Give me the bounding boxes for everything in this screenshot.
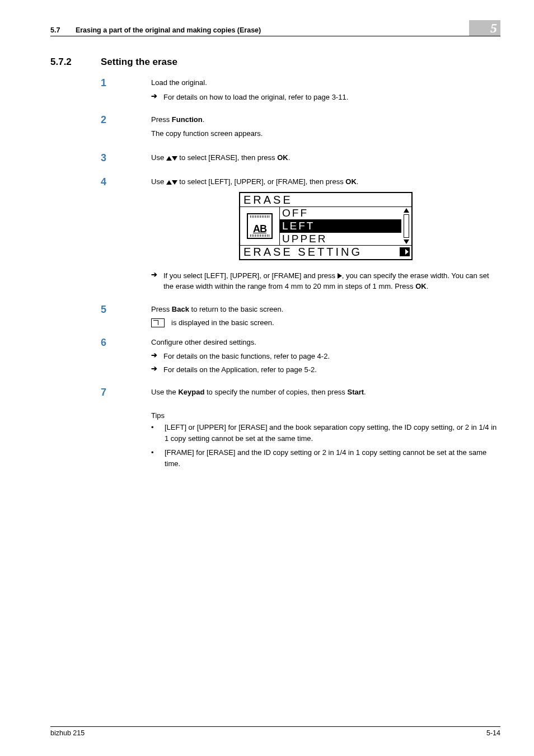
lcd-enter-icon [400, 247, 410, 256]
step-number: 7 [101, 387, 151, 401]
lcd-title: ERASE [240, 193, 411, 206]
triangle-down-icon [172, 156, 177, 161]
tips-list: •[LEFT] or [UPPER] for [ERASE] and the b… [151, 422, 500, 469]
steps-list: 1Load the original.➔For details on how t… [50, 78, 500, 401]
step-body: Configure other desired settings.➔For de… [151, 337, 500, 378]
section-heading-text: Setting the erase [101, 57, 177, 68]
step-number: 4 [101, 177, 151, 294]
step-number: 6 [101, 337, 151, 378]
lcd-option: OFF [280, 207, 401, 220]
step-sub-item: ➔For details on the Application, refer t… [151, 364, 500, 375]
arrow-right-icon: ➔ [151, 351, 163, 362]
step-item: 6Configure other desired settings.➔For d… [50, 337, 500, 378]
step-number: 1 [101, 78, 151, 105]
tip-item: •[FRAME] for [ERASE] and the ID copy set… [151, 447, 500, 469]
step-item: 1Load the original.➔For details on how t… [50, 78, 500, 105]
step-sub-item: ➔For details on how to load the original… [151, 92, 500, 103]
step-item: 2Press Function.The copy function screen… [50, 115, 500, 143]
arrow-right-icon: ➔ [151, 364, 163, 375]
step-item: 7Use the Keypad to specify the number of… [50, 387, 500, 401]
step-body: Press Function.The copy function screen … [151, 115, 500, 143]
triangle-up-icon [166, 156, 172, 161]
footer-page: 5-14 [486, 729, 500, 737]
lcd-option: LEFT [280, 220, 401, 233]
running-head-num: 5.7 [50, 26, 60, 34]
step-body: Load the original.➔For details on how to… [151, 78, 500, 105]
bullet-icon: • [151, 422, 165, 444]
arrow-right-icon: ➔ [151, 270, 163, 292]
triangle-up-icon [166, 180, 172, 185]
step-item: 3Use to select [ERASE], then press OK. [50, 153, 500, 167]
step-body: Use to select [ERASE], then press OK. [151, 153, 500, 167]
triangle-right-icon [338, 273, 342, 279]
page-header: 5.7 Erasing a part of the original and m… [50, 20, 500, 36]
running-head-title: Erasing a part of the original and makin… [76, 26, 261, 34]
step-body: Press Back to return to the basic screen… [151, 304, 500, 327]
step-body: Use the Keypad to specify the number of … [151, 387, 500, 401]
running-head: 5.7 Erasing a part of the original and m… [50, 26, 261, 34]
lcd-options: OFFLEFTUPPER [279, 207, 401, 245]
basic-screen-indicator-icon [151, 318, 165, 327]
step-number: 2 [101, 115, 151, 143]
lcd-panel: ERASEABOFFLEFTUPPERERASE SETTING [239, 192, 413, 260]
step-item: 5Press Back to return to the basic scree… [50, 304, 500, 327]
step-sub-item: ➔If you select [LEFT], [UPPER], or [FRAM… [151, 270, 500, 292]
footer-product: bizhub 215 [50, 729, 85, 737]
section-heading: 5.7.2 Setting the erase [50, 57, 500, 68]
lcd-preview-icon: AB [240, 207, 279, 245]
step-sub-item: ➔For details on the basic functions, ref… [151, 351, 500, 362]
section-heading-num: 5.7.2 [50, 57, 101, 68]
arrow-right-icon: ➔ [151, 92, 163, 103]
step-number: 5 [101, 304, 151, 327]
triangle-down-icon [172, 180, 177, 185]
chapter-number-badge: 5 [469, 20, 500, 36]
lcd-footer-text: ERASE SETTING [243, 246, 362, 259]
step-body: Use to select [LEFT], [UPPER], or [FRAME… [151, 177, 500, 294]
bullet-icon: • [151, 447, 165, 469]
lcd-option: UPPER [280, 233, 401, 245]
tip-item: •[LEFT] or [UPPER] for [ERASE] and the b… [151, 422, 500, 444]
tips-label: Tips [151, 411, 500, 420]
page-footer: bizhub 215 5-14 [50, 726, 500, 737]
step-item: 4Use to select [LEFT], [UPPER], or [FRAM… [50, 177, 500, 294]
step-number: 3 [101, 153, 151, 167]
lcd-scrollbar [401, 207, 411, 245]
